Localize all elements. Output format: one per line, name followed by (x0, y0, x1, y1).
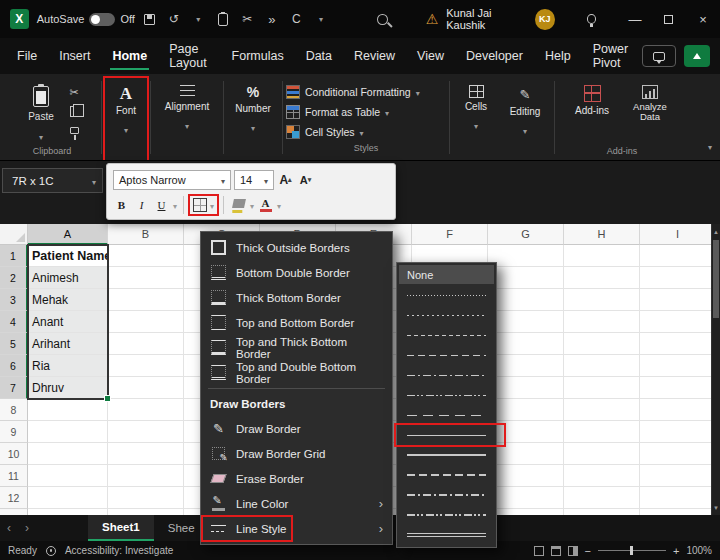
flyout-menu-item[interactable]: Line Color (201, 491, 392, 516)
zoom-level[interactable]: 100% (686, 545, 712, 556)
row-header[interactable]: 11 (0, 465, 28, 487)
avatar[interactable]: KJ (535, 9, 555, 30)
ribbon-tab[interactable]: Power Pivot (582, 38, 642, 74)
cell[interactable] (488, 311, 564, 333)
line-style-option[interactable] (399, 365, 494, 385)
share-button[interactable] (684, 45, 710, 67)
styles-menu-button[interactable]: Format as Table (286, 103, 446, 121)
cell-column-a[interactable] (28, 487, 108, 509)
fill-color-button[interactable] (230, 195, 247, 215)
cell[interactable] (640, 421, 711, 443)
cell[interactable] (488, 377, 564, 399)
cells-group-button[interactable]: Cells (453, 78, 499, 160)
comments-button[interactable] (642, 45, 676, 67)
cell[interactable] (640, 333, 711, 355)
cell[interactable] (488, 421, 564, 443)
page-layout-view-icon[interactable] (551, 546, 561, 556)
cell[interactable] (108, 311, 184, 333)
cell-column-a[interactable] (28, 399, 108, 421)
underline-button[interactable]: U (153, 195, 170, 215)
more-commands-button[interactable] (262, 8, 283, 30)
cell[interactable] (564, 311, 640, 333)
cell[interactable] (108, 421, 184, 443)
cell[interactable] (488, 245, 564, 267)
zoom-slider-knob[interactable] (630, 546, 633, 555)
cell[interactable] (640, 487, 711, 509)
cell[interactable] (564, 355, 640, 377)
cell[interactable] (640, 443, 711, 465)
cell[interactable] (108, 399, 184, 421)
column-header[interactable]: A (28, 224, 108, 245)
border-preset-menu-item[interactable]: Top and Thick Bottom Border (201, 335, 392, 360)
cell-column-a[interactable] (28, 421, 108, 443)
column-header[interactable]: I (640, 224, 711, 245)
vertical-scrollbar[interactable]: ▲ ▼ (711, 224, 720, 515)
user-name[interactable]: Kunal Jai Kaushik (446, 7, 528, 31)
page-break-view-icon[interactable] (568, 546, 578, 556)
border-preset-menu-item[interactable]: Thick Bottom Border (201, 285, 392, 310)
row-header[interactable]: 8 (0, 399, 28, 421)
borders-dropdown-button[interactable] (190, 196, 217, 214)
line-style-option[interactable] (399, 465, 494, 485)
cell[interactable] (564, 487, 640, 509)
line-style-option[interactable] (399, 325, 494, 345)
font-color-chevron-icon[interactable] (277, 199, 281, 211)
underline-chevron-icon[interactable] (173, 199, 177, 211)
autosave-toggle[interactable] (89, 13, 115, 26)
cell[interactable] (640, 245, 711, 267)
customize-dropdown[interactable]: C (286, 8, 307, 30)
cell[interactable] (564, 421, 640, 443)
row-header[interactable]: 12 (0, 487, 28, 509)
collapse-ribbon-button[interactable] (708, 136, 712, 154)
cell[interactable] (564, 465, 640, 487)
column-header[interactable]: G (488, 224, 564, 245)
italic-button[interactable]: I (133, 195, 150, 215)
editing-group-button[interactable]: Editing (499, 78, 551, 160)
line-style-none-item[interactable]: None (399, 265, 494, 284)
number-group-button[interactable]: % Number (227, 78, 279, 160)
line-style-option[interactable] (399, 425, 494, 445)
scroll-up-arrow[interactable]: ▲ (712, 225, 720, 238)
line-style-option[interactable] (399, 285, 494, 305)
flyout-menu-item[interactable]: Line Style (201, 516, 392, 541)
border-preset-menu-item[interactable]: Top and Double Bottom Border (201, 360, 392, 385)
draw-border-menu-item[interactable]: Draw Border (201, 416, 392, 441)
scroll-down-arrow[interactable]: ▼ (712, 501, 720, 514)
line-style-option[interactable] (399, 345, 494, 365)
cell[interactable] (640, 267, 711, 289)
row-header[interactable]: 6 (0, 355, 28, 377)
decrease-font-size-button[interactable]: A (297, 170, 314, 190)
cell[interactable] (564, 333, 640, 355)
ribbon-tab[interactable]: File (6, 38, 48, 74)
cell-column-a[interactable]: Ria (28, 355, 108, 377)
cell[interactable] (488, 333, 564, 355)
zoom-in-button[interactable]: + (673, 545, 679, 557)
cut-button[interactable] (65, 85, 83, 100)
accessibility-status[interactable]: Accessibility: Investigate (65, 545, 173, 556)
previous-sheet-arrow[interactable]: ‹ (0, 521, 18, 535)
line-style-option[interactable] (399, 305, 494, 325)
alignment-group-button[interactable]: Alignment (154, 78, 220, 160)
styles-menu-button[interactable]: Cell Styles (286, 123, 446, 141)
font-group-button[interactable]: A Font (105, 78, 147, 160)
line-style-option[interactable] (399, 525, 494, 545)
cell[interactable] (108, 333, 184, 355)
ribbon-tab[interactable]: Formulas (221, 38, 295, 74)
font-size-select[interactable]: 14 (234, 170, 274, 190)
cell[interactable] (488, 465, 564, 487)
increase-font-size-button[interactable]: A (277, 170, 294, 190)
ribbon-tab[interactable]: Data (295, 38, 343, 74)
ribbon-tab[interactable]: View (406, 38, 455, 74)
cell[interactable] (640, 311, 711, 333)
cell[interactable] (564, 289, 640, 311)
fill-color-chevron-icon[interactable] (250, 199, 254, 211)
cell[interactable] (564, 245, 640, 267)
row-header[interactable]: 10 (0, 443, 28, 465)
save-button[interactable] (139, 8, 160, 30)
cell-column-a[interactable] (28, 465, 108, 487)
zoom-out-button[interactable]: − (585, 545, 591, 557)
border-preset-menu-item[interactable]: Top and Bottom Border (201, 310, 392, 335)
format-painter-button[interactable] (65, 123, 83, 138)
cut-button[interactable] (237, 8, 258, 30)
line-style-option[interactable] (399, 445, 494, 465)
